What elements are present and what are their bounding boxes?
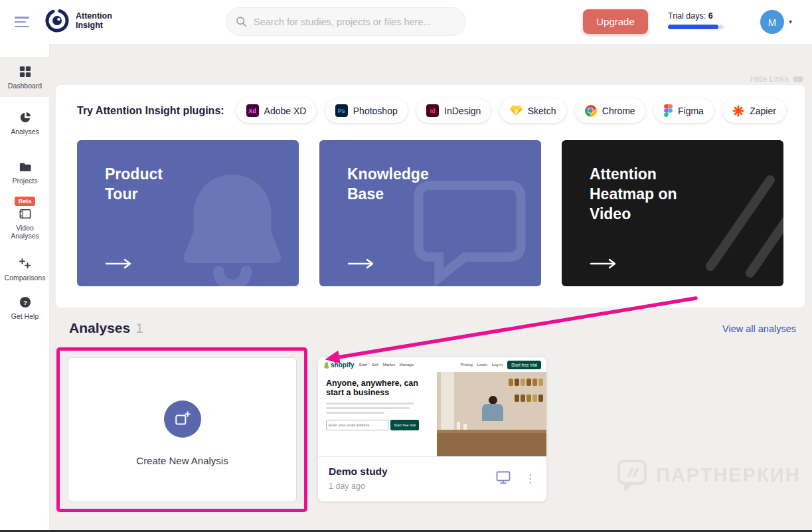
app-window: Attention Insight Upgrade Trial days: 6 … (0, 0, 812, 532)
plugin-label: Zapier (750, 106, 776, 116)
view-all-analyses-link[interactable]: View all analyses (722, 323, 796, 334)
sketch-icon (510, 105, 523, 116)
sidebar-item-label: Analyses (0, 128, 50, 135)
watermark-chat-icon (616, 458, 648, 491)
analysis-card-demo-study: shopify Start Sell Market Manage Pricing… (318, 357, 546, 501)
plugin-zapier-button[interactable]: Zapier (722, 98, 786, 123)
plugin-indesign-button[interactable]: Id InDesign (416, 98, 491, 123)
beta-badge: Beta (15, 197, 36, 206)
trial-days-value: 6 (708, 11, 713, 21)
comparisons-icon (19, 258, 31, 270)
trial-progress-bar (668, 25, 724, 29)
thumb-email-field (326, 420, 388, 430)
thumb-cta-button: Start free trial (507, 361, 541, 369)
sidebar-item-label: Video Analyses (0, 224, 50, 240)
knowledge-base-card[interactable]: Knowledge Base (319, 140, 541, 286)
plugin-label: Chrome (602, 106, 635, 116)
arrow-right-icon (590, 258, 619, 269)
sidebar-item-get-help[interactable]: ? Get Help (0, 296, 50, 320)
plugin-label: Sketch (528, 106, 556, 116)
plugins-panel: Try Attention Insight plugins: Xd Adobe … (56, 85, 805, 308)
analysis-thumbnail[interactable]: shopify Start Sell Market Manage Pricing… (318, 357, 546, 457)
thumb-photo (437, 372, 546, 457)
trial-label: Trial days: (668, 11, 706, 21)
analysis-timestamp: 1 day ago (329, 482, 495, 491)
shopify-bag-icon (323, 361, 329, 369)
monitor-icon[interactable] (495, 470, 511, 487)
analyses-icon (19, 112, 31, 124)
figma-icon (664, 104, 673, 117)
chevron-down-icon[interactable]: ▾ (789, 18, 792, 25)
sidebar: Dashboard Analyses Projects Beta Video A… (0, 44, 50, 532)
indesign-icon: Id (426, 104, 439, 117)
plugin-label: Figma (678, 106, 704, 116)
photoshop-icon: Ps (335, 104, 348, 117)
sidebar-item-dashboard[interactable]: Dashboard (0, 57, 50, 97)
logo-text-line2: Insight (76, 21, 112, 30)
thumb-nav-left: Start Sell Market Manage (359, 363, 414, 367)
trial-days-indicator: Trial days: 6 (668, 11, 724, 29)
plugin-photoshop-button[interactable]: Ps Photoshop (325, 98, 408, 123)
projects-icon (19, 161, 31, 173)
create-analysis-button[interactable] (164, 400, 201, 438)
search-icon (236, 16, 247, 27)
sidebar-item-label: Dashboard (0, 82, 50, 90)
plugin-label: Adobe XD (264, 106, 307, 116)
search-input[interactable] (254, 17, 456, 27)
sidebar-item-video-analyses[interactable]: Beta Video Analyses (0, 194, 50, 240)
zapier-icon (732, 105, 744, 117)
thumb-brand: shopify (331, 361, 355, 369)
dashboard-icon (19, 66, 31, 78)
svg-text:?: ? (23, 299, 27, 306)
sidebar-item-comparisons[interactable]: Comparisons (0, 258, 50, 282)
help-icon: ? (19, 296, 31, 308)
video-analyses-icon (19, 208, 31, 220)
logo-text-line1: Attention (76, 11, 112, 21)
kebab-menu-icon[interactable]: ⋮ (525, 473, 536, 484)
arrow-right-icon (105, 258, 134, 269)
hide-links-toggle[interactable]: Hide Links (750, 74, 803, 84)
promo-card-title: Attention Heatmap on Video (562, 140, 714, 224)
analyses-section-title: Analyses1 (69, 320, 143, 336)
promo-card-title: Knowledge Base (319, 140, 426, 204)
chat-bubble-icon (408, 170, 531, 286)
search-box[interactable] (226, 7, 466, 36)
add-image-icon (174, 410, 191, 428)
adobe-xd-icon: Xd (246, 104, 259, 117)
plugin-chrome-button[interactable]: Chrome (575, 98, 645, 123)
hide-links-icon (793, 76, 803, 82)
app-logo: Attention Insight (44, 7, 112, 34)
promo-card-title: Product Tour (77, 140, 183, 204)
sidebar-item-label: Comparisons (0, 274, 50, 282)
upgrade-button[interactable]: Upgrade (583, 9, 648, 34)
plugins-title: Try Attention Insight plugins: (77, 105, 224, 117)
chrome-icon (585, 105, 597, 117)
analyses-count: 1 (135, 320, 143, 335)
plugin-label: InDesign (444, 106, 481, 116)
plugin-figma-button[interactable]: Figma (654, 98, 714, 123)
bell-icon (166, 163, 299, 286)
sidebar-item-label: Get Help (0, 312, 50, 320)
watermark: ПАРТНЕРКИН (616, 458, 801, 491)
arrow-right-icon (347, 258, 376, 269)
sidebar-item-projects[interactable]: Projects (0, 161, 50, 185)
thumb-nav-right: Pricing Learn Log in (461, 363, 503, 367)
menu-icon[interactable] (15, 17, 29, 27)
plugin-adobe-xd-button[interactable]: Xd Adobe XD (236, 98, 317, 123)
main-content: Hide Links Try Attention Insight plugins… (50, 44, 812, 532)
watermark-text: ПАРТНЕРКИН (656, 464, 801, 486)
logo-eye-icon (44, 7, 70, 34)
hide-links-label: Hide Links (750, 74, 789, 84)
thumb-headline: Anyone, anywhere, can start a business (326, 379, 426, 397)
attention-heatmap-video-card[interactable]: Attention Heatmap on Video (562, 140, 783, 286)
avatar[interactable]: M (760, 10, 784, 34)
top-bar: Attention Insight Upgrade Trial days: 6 … (0, 0, 812, 44)
create-new-analysis-card[interactable]: Create New Analysis (68, 357, 297, 502)
plugin-sketch-button[interactable]: Sketch (500, 98, 566, 123)
create-analysis-label: Create New Analysis (136, 455, 228, 466)
analysis-title: Demo study (329, 466, 495, 478)
sidebar-item-analyses[interactable]: Analyses (0, 112, 50, 135)
thumb-form-button: Start free trial (390, 420, 419, 430)
sidebar-item-label: Projects (0, 177, 50, 185)
product-tour-card[interactable]: Product Tour (77, 140, 299, 286)
